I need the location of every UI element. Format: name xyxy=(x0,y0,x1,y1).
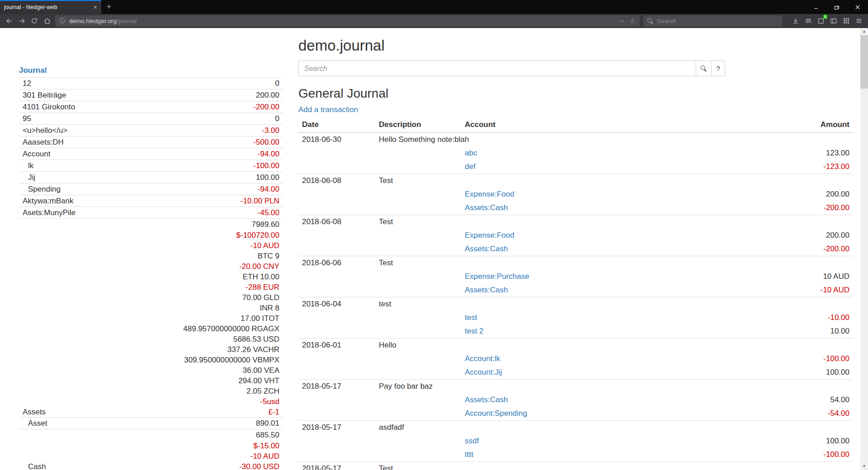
account-link[interactable]: Assets:Cash xyxy=(465,286,508,294)
apps-grid-button[interactable] xyxy=(840,15,853,27)
posting-account-cell: Assets:Cash xyxy=(461,393,754,407)
account-link[interactable]: Account:Spending xyxy=(465,409,527,418)
posting-account-cell: Account:Jij xyxy=(461,366,754,380)
search-help-button[interactable]: ? xyxy=(712,61,725,76)
restore-button[interactable] xyxy=(826,0,847,14)
browser-tab[interactable]: journal - hledger-web × xyxy=(0,0,101,14)
page-actions-icon[interactable]: ⋯ xyxy=(616,18,627,24)
close-icon xyxy=(855,5,860,10)
page-title: demo.journal xyxy=(298,37,853,54)
account-link[interactable]: Expense:Purchase xyxy=(465,272,529,281)
account-link[interactable]: Aaasets:DH xyxy=(23,138,64,146)
menu-button[interactable] xyxy=(853,15,865,27)
account-link[interactable]: Account:lk xyxy=(465,354,500,363)
account-link[interactable]: 95 xyxy=(23,114,31,123)
scroll-up-icon[interactable]: ▲ xyxy=(863,28,866,35)
reload-button[interactable] xyxy=(28,15,41,27)
account-link[interactable]: Jij xyxy=(23,173,35,182)
journal-link[interactable]: Journal xyxy=(19,66,47,75)
sidebar-account-list: 120301 Beiträge200.004101 Girokonto-200.… xyxy=(19,77,283,470)
minimize-button[interactable] xyxy=(806,0,826,14)
sidebar-account-row: <u>hello</u>-3.00 xyxy=(19,124,283,136)
account-link[interactable]: def xyxy=(465,162,476,171)
address-bar[interactable]: ⓘ demo.hledger.org/journal ⋯ ☆ xyxy=(55,15,640,27)
transaction-date: 2018-06-08 xyxy=(298,174,375,188)
posting-amount: -200.00 xyxy=(754,201,853,215)
new-tab-button[interactable]: + xyxy=(101,0,117,14)
account-link[interactable]: tttt xyxy=(465,450,473,459)
account-link[interactable]: Expense:Food xyxy=(465,190,514,198)
journal-search-input[interactable] xyxy=(298,61,696,76)
sidebar-account-row: -5usd xyxy=(19,396,283,407)
account-link[interactable]: Spending xyxy=(23,185,61,193)
browser-search-input[interactable] xyxy=(657,18,778,24)
account-link[interactable]: Asets:MunyPile xyxy=(23,208,75,217)
account-link[interactable]: Assets:Cash xyxy=(465,395,508,404)
library-button[interactable] xyxy=(802,15,815,27)
transaction-date: 2018-06-04 xyxy=(298,297,375,311)
close-button[interactable] xyxy=(847,0,868,14)
main-content: demo.journal ? General Journal Add a tra… xyxy=(298,37,853,470)
account-balance: 294.00 VHT xyxy=(238,376,279,385)
browser-search-box[interactable] xyxy=(643,15,782,27)
tab-close-icon[interactable]: × xyxy=(93,4,97,10)
reload-icon xyxy=(31,17,38,24)
sidebar-toggle-icon xyxy=(830,17,837,24)
sidebar-account-row: INR 8 xyxy=(19,303,283,313)
sidebar-account-row: Account-94.00 xyxy=(19,148,283,160)
account-balance: -3.00 xyxy=(262,126,279,135)
sidebar-toggle-button[interactable] xyxy=(827,15,840,27)
forward-button[interactable] xyxy=(15,15,28,27)
downloads-button[interactable] xyxy=(789,15,802,27)
home-button[interactable] xyxy=(41,15,53,27)
account-link[interactable]: 4101 Girokonto xyxy=(23,103,75,111)
posting-row: Assets:Cash-200.00 xyxy=(298,242,853,256)
search-submit-button[interactable] xyxy=(696,61,712,76)
add-transaction-link[interactable]: Add a transaction xyxy=(298,105,358,114)
bookmark-star-icon[interactable]: ☆ xyxy=(627,18,638,24)
account-balance: 2.05 ZCH xyxy=(246,387,279,395)
account-balance: 489.957000000000 RGAGX xyxy=(183,324,279,333)
account-link[interactable]: Assets:Cash xyxy=(465,203,508,212)
account-link[interactable]: ssdf xyxy=(465,437,479,445)
scroll-down-icon[interactable]: ▼ xyxy=(863,463,866,470)
account-balance: -500.00 xyxy=(253,138,279,146)
account-link[interactable]: test 2 xyxy=(465,327,484,335)
journal-table-header-row: Date Description Account Amount xyxy=(298,118,853,132)
account-link[interactable]: Cash xyxy=(23,462,46,470)
extension-button[interactable]: 0 xyxy=(815,15,827,27)
posting-row: Account:Spending-54.00 xyxy=(298,407,853,421)
transaction-row: 2018-05-17Test xyxy=(298,462,853,470)
account-balance: 36.00 VEA xyxy=(243,366,279,375)
account-link[interactable]: Account:Jij xyxy=(465,368,502,376)
account-link[interactable]: Assets:Cash xyxy=(465,244,508,253)
posting-indent xyxy=(298,311,461,324)
account-balance: BTC 9 xyxy=(258,252,279,260)
sidebar-account-row: 337.26 VACHR xyxy=(19,344,283,355)
account-link[interactable]: test xyxy=(465,313,477,322)
account-link[interactable]: Expense:Food xyxy=(465,231,514,240)
account-link[interactable]: abc xyxy=(465,149,477,157)
page-scrollbar[interactable]: ▲ ▼ xyxy=(860,28,868,470)
posting-indent xyxy=(298,270,461,283)
account-link[interactable]: 12 xyxy=(23,79,31,88)
account-link[interactable]: Aktywa:mBank xyxy=(23,197,73,205)
account-link[interactable]: <u>hello</u> xyxy=(23,126,67,135)
account-link[interactable]: lk xyxy=(23,161,33,170)
back-button[interactable] xyxy=(3,15,15,27)
scrollbar-thumb[interactable] xyxy=(860,35,868,89)
posting-amount: -123.00 xyxy=(754,160,853,174)
account-link[interactable]: Assets xyxy=(23,408,46,416)
download-icon xyxy=(792,17,799,24)
account-balance: 685.50 xyxy=(256,431,279,439)
posting-amount: -10 AUD xyxy=(754,283,853,297)
site-info-icon[interactable]: ⓘ xyxy=(59,18,65,24)
account-link[interactable]: 301 Beiträge xyxy=(23,91,66,99)
account-link[interactable]: Asset xyxy=(23,419,47,428)
transaction-description: Hello Something note:blah xyxy=(375,132,853,146)
sidebar-account-row: 309.950000000000 VBMPX xyxy=(19,355,283,365)
journal-search-form: ? xyxy=(298,61,725,76)
account-link[interactable]: Account xyxy=(23,150,50,158)
account-balance: ETH 10.00 xyxy=(243,273,279,281)
transaction-description: Test xyxy=(375,174,853,188)
